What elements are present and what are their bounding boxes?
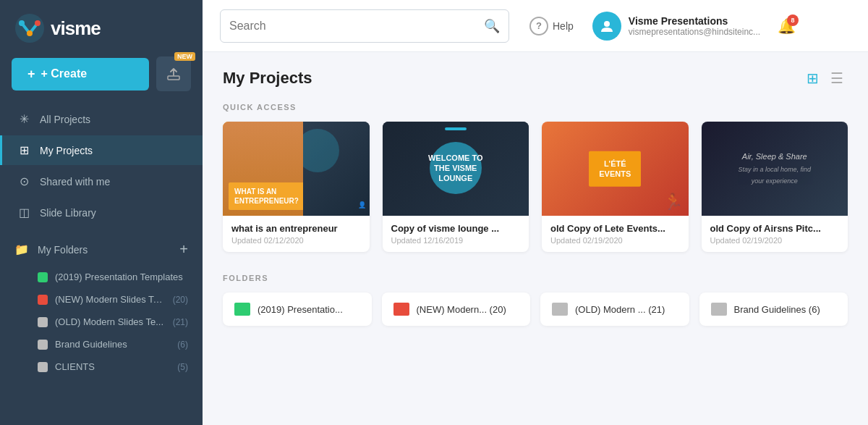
project-info: Copy of visme lounge ... Updated 12/16/2… xyxy=(383,216,529,252)
folder-item-label: CLIENTS xyxy=(55,361,170,372)
sidebar-item-label: All Projects xyxy=(40,114,90,125)
project-card[interactable]: WHAT IS ANENTREPRENEUR? 👤 what is an ent… xyxy=(223,122,370,252)
create-button[interactable]: + + Create xyxy=(12,58,149,91)
notification-button[interactable]: 🔔 8 xyxy=(778,17,796,35)
logo-text: visme xyxy=(51,17,101,40)
folder-count: (20) xyxy=(173,295,188,305)
folder-card[interactable]: (NEW) Modern... (20) xyxy=(382,293,531,326)
quick-access-label: QUICK ACCESS xyxy=(223,103,848,111)
project-name: old Copy of Airsns Pitc... xyxy=(710,223,840,234)
folders-grid: (2019) Presentatio... (NEW) Modern... (2… xyxy=(223,293,848,326)
folders-label: FOLDERS xyxy=(223,274,848,282)
folder-card[interactable]: Brand Guidelines (6) xyxy=(699,293,848,326)
project-thumbnail: WHAT IS ANENTREPRENEUR? 👤 xyxy=(223,122,370,216)
svg-point-2 xyxy=(35,20,41,26)
project-info: old Copy of Airsns Pitc... Updated 02/19… xyxy=(702,216,848,252)
notification-badge: 8 xyxy=(787,14,799,26)
folder-item-label: (2019) Presentation Templates xyxy=(55,272,188,282)
folder-color-dot xyxy=(38,295,48,305)
project-card[interactable]: Air, Sleep & ShareStay in a local home, … xyxy=(702,122,848,252)
project-info: old Copy of Lete Events... Updated 02/19… xyxy=(542,216,689,252)
folder-card-icon xyxy=(234,303,250,316)
sidebar-item-my-projects[interactable]: ⊞ My Projects xyxy=(0,135,203,165)
project-info: what is an entrepreneur Updated 02/12/20… xyxy=(223,216,370,252)
add-folder-icon[interactable]: + xyxy=(179,241,188,258)
page-title-row: My Projects ⊞ ☰ xyxy=(223,67,848,90)
sidebar: visme + + Create NEW ✳ All Projects ⊞ My… xyxy=(0,0,203,425)
project-name: what is an entrepreneur xyxy=(231,223,361,234)
main-content: My Projects ⊞ ☰ QUICK ACCESS WHAT IS ANE… xyxy=(203,52,868,425)
new-badge: NEW xyxy=(174,52,195,61)
sidebar-nav: ✳ All Projects ⊞ My Projects ⊙ Shared wi… xyxy=(0,104,203,233)
help-button[interactable]: ? Help xyxy=(529,17,574,35)
project-thumbnail: Air, Sleep & ShareStay in a local home, … xyxy=(702,122,848,216)
sidebar-folder-item[interactable]: CLIENTS (5) xyxy=(0,355,203,378)
slide-library-icon: ◫ xyxy=(17,206,31,219)
sidebar-item-label: Slide Library xyxy=(40,207,96,219)
page-title: My Projects xyxy=(223,69,312,88)
folder-count: (5) xyxy=(177,362,188,372)
project-card[interactable]: WELCOME TOTHE VISMELOUNGE Copy of visme … xyxy=(383,122,529,252)
projects-grid: WHAT IS ANENTREPRENEUR? 👤 what is an ent… xyxy=(223,122,848,252)
grid-view-button[interactable]: ⊞ xyxy=(802,67,823,90)
folder-item-label: Brand Guidelines xyxy=(55,339,170,350)
folder-color-dot xyxy=(38,340,48,350)
thumb-text: Air, Sleep & ShareStay in a local home, … xyxy=(738,151,811,187)
sidebar-folder-item[interactable]: (NEW) Modern Slides Te... (20) xyxy=(0,288,203,311)
folder-color-dot xyxy=(38,317,48,327)
folder-color-dot xyxy=(38,362,48,372)
svg-point-1 xyxy=(19,20,25,26)
plus-icon: + xyxy=(27,67,35,82)
project-date: Updated 12/16/2019 xyxy=(391,236,521,245)
svg-point-0 xyxy=(15,14,44,43)
sidebar-folder-item[interactable]: (OLD) Modern Slides Te... (21) xyxy=(0,311,203,333)
sidebar-actions: + + Create NEW xyxy=(0,56,203,104)
search-input[interactable] xyxy=(229,20,484,33)
help-label: Help xyxy=(553,20,574,32)
folder-count: (6) xyxy=(177,340,188,350)
project-thumbnail: WELCOME TOTHE VISMELOUNGE xyxy=(383,122,529,216)
sidebar-item-label: Shared with me xyxy=(40,176,110,188)
sidebar-item-label: My Projects xyxy=(40,145,93,156)
sidebar-logo: visme xyxy=(0,0,203,56)
folder-card[interactable]: (OLD) Modern ... (21) xyxy=(540,293,689,326)
visme-logo-icon xyxy=(14,13,45,43)
avatar-icon xyxy=(598,17,616,35)
user-name: Visme Presentations xyxy=(629,15,760,27)
create-label: + Create xyxy=(41,67,88,80)
folder-card[interactable]: (2019) Presentatio... xyxy=(223,293,372,326)
thumb-label: WHAT IS ANENTREPRENEUR? xyxy=(229,182,305,210)
thumb-label: L'ÉTÉEVENTS xyxy=(589,151,641,187)
folder-list: (2019) Presentation Templates (NEW) Mode… xyxy=(0,266,203,378)
search-box[interactable]: 🔍 xyxy=(220,9,509,43)
all-projects-icon: ✳ xyxy=(17,112,31,126)
my-folders-row[interactable]: 📁 My Folders + xyxy=(0,233,203,266)
search-icon: 🔍 xyxy=(484,18,500,34)
help-icon: ? xyxy=(529,17,548,35)
user-info: Visme Presentations vismepresentations@h… xyxy=(629,15,760,37)
folder-card-name: (OLD) Modern ... (21) xyxy=(575,304,678,315)
upload-icon xyxy=(166,66,182,82)
upload-button[interactable]: NEW xyxy=(156,56,191,91)
my-projects-icon: ⊞ xyxy=(17,143,31,157)
sidebar-folder-item[interactable]: Brand Guidelines (6) xyxy=(0,333,203,355)
folder-item-label: (OLD) Modern Slides Te... xyxy=(55,316,166,327)
project-date: Updated 02/19/2020 xyxy=(710,236,840,245)
sidebar-item-slide-library[interactable]: ◫ Slide Library xyxy=(0,198,203,227)
list-view-button[interactable]: ☰ xyxy=(826,67,848,90)
sidebar-item-shared-with-me[interactable]: ⊙ Shared with me xyxy=(0,167,203,196)
folder-color-dot xyxy=(38,272,48,282)
user-email: vismepresentations@hindsiteinc... xyxy=(629,27,760,37)
project-name: old Copy of Lete Events... xyxy=(550,223,680,234)
sidebar-item-all-projects[interactable]: ✳ All Projects xyxy=(0,104,203,134)
main-area: 🔍 ? Help Visme Presentations vismepresen… xyxy=(203,0,868,425)
folder-card-icon xyxy=(552,303,568,316)
project-card[interactable]: L'ÉTÉEVENTS 🏃 old Copy of Lete Events...… xyxy=(542,122,689,252)
sidebar-folder-item[interactable]: (2019) Presentation Templates xyxy=(0,266,203,288)
project-thumbnail: L'ÉTÉEVENTS 🏃 xyxy=(542,122,689,216)
svg-point-5 xyxy=(604,21,610,27)
main-header: 🔍 ? Help Visme Presentations vismepresen… xyxy=(203,0,868,52)
svg-point-3 xyxy=(27,30,33,36)
folder-icon: 📁 xyxy=(14,243,29,256)
thumb-text: WELCOME TOTHE VISMELOUNGE xyxy=(420,153,492,183)
